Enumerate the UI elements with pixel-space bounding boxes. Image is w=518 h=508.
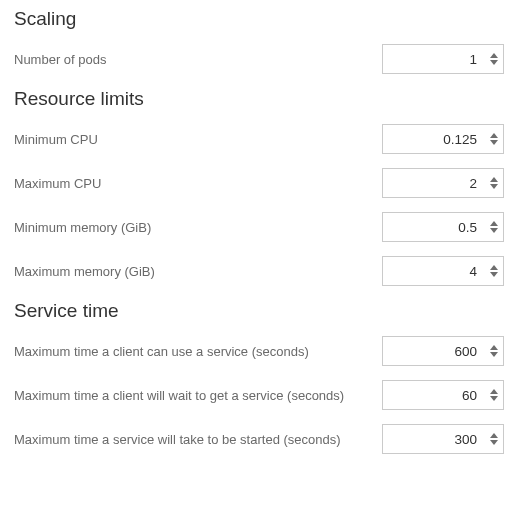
svg-marker-10 <box>490 345 498 350</box>
min-cpu-stepper-controls[interactable] <box>485 125 503 153</box>
max-mem-stepper[interactable] <box>382 256 504 286</box>
chevron-down-icon <box>490 184 498 189</box>
svg-marker-14 <box>490 433 498 438</box>
max-mem-input[interactable] <box>383 257 485 285</box>
svg-marker-8 <box>490 265 498 270</box>
svg-marker-0 <box>490 53 498 58</box>
max-use-stepper-controls[interactable] <box>485 337 503 365</box>
svg-marker-1 <box>490 60 498 65</box>
label-min-cpu: Minimum CPU <box>14 132 382 147</box>
min-cpu-stepper[interactable] <box>382 124 504 154</box>
number-of-pods-stepper-controls[interactable] <box>485 45 503 73</box>
label-max-use: Maximum time a client can use a service … <box>14 344 382 359</box>
max-wait-stepper[interactable] <box>382 380 504 410</box>
max-start-stepper[interactable] <box>382 424 504 454</box>
svg-marker-15 <box>490 440 498 445</box>
min-mem-input[interactable] <box>383 213 485 241</box>
chevron-up-icon <box>490 433 498 438</box>
svg-marker-7 <box>490 228 498 233</box>
svg-marker-3 <box>490 140 498 145</box>
chevron-down-icon <box>490 228 498 233</box>
row-min-cpu: Minimum CPU <box>14 124 504 154</box>
max-mem-stepper-controls[interactable] <box>485 257 503 285</box>
max-wait-input[interactable] <box>383 381 485 409</box>
row-max-wait: Maximum time a client will wait to get a… <box>14 380 504 410</box>
chevron-down-icon <box>490 440 498 445</box>
section-heading-resource-limits: Resource limits <box>14 88 504 110</box>
max-wait-stepper-controls[interactable] <box>485 381 503 409</box>
chevron-up-icon <box>490 345 498 350</box>
label-max-cpu: Maximum CPU <box>14 176 382 191</box>
max-cpu-stepper[interactable] <box>382 168 504 198</box>
svg-marker-9 <box>490 272 498 277</box>
row-max-mem: Maximum memory (GiB) <box>14 256 504 286</box>
max-use-input[interactable] <box>383 337 485 365</box>
max-cpu-input[interactable] <box>383 169 485 197</box>
label-max-wait: Maximum time a client will wait to get a… <box>14 388 382 403</box>
row-max-use: Maximum time a client can use a service … <box>14 336 504 366</box>
svg-marker-11 <box>490 352 498 357</box>
chevron-up-icon <box>490 177 498 182</box>
row-max-cpu: Maximum CPU <box>14 168 504 198</box>
chevron-down-icon <box>490 272 498 277</box>
row-min-mem: Minimum memory (GiB) <box>14 212 504 242</box>
max-start-input[interactable] <box>383 425 485 453</box>
label-number-of-pods: Number of pods <box>14 52 382 67</box>
chevron-up-icon <box>490 53 498 58</box>
min-cpu-input[interactable] <box>383 125 485 153</box>
svg-marker-4 <box>490 177 498 182</box>
label-max-mem: Maximum memory (GiB) <box>14 264 382 279</box>
number-of-pods-input[interactable] <box>383 45 485 73</box>
chevron-up-icon <box>490 265 498 270</box>
settings-form: Scaling Number of pods Resource limits M… <box>0 0 518 482</box>
chevron-down-icon <box>490 60 498 65</box>
section-heading-scaling: Scaling <box>14 8 504 30</box>
svg-marker-13 <box>490 396 498 401</box>
row-max-start: Maximum time a service will take to be s… <box>14 424 504 454</box>
chevron-down-icon <box>490 396 498 401</box>
label-max-start: Maximum time a service will take to be s… <box>14 432 382 447</box>
chevron-up-icon <box>490 389 498 394</box>
max-cpu-stepper-controls[interactable] <box>485 169 503 197</box>
max-use-stepper[interactable] <box>382 336 504 366</box>
svg-marker-5 <box>490 184 498 189</box>
max-start-stepper-controls[interactable] <box>485 425 503 453</box>
chevron-up-icon <box>490 133 498 138</box>
chevron-down-icon <box>490 140 498 145</box>
row-number-of-pods: Number of pods <box>14 44 504 74</box>
number-of-pods-stepper[interactable] <box>382 44 504 74</box>
chevron-down-icon <box>490 352 498 357</box>
label-min-mem: Minimum memory (GiB) <box>14 220 382 235</box>
svg-marker-2 <box>490 133 498 138</box>
chevron-up-icon <box>490 221 498 226</box>
section-heading-service-time: Service time <box>14 300 504 322</box>
svg-marker-12 <box>490 389 498 394</box>
min-mem-stepper-controls[interactable] <box>485 213 503 241</box>
min-mem-stepper[interactable] <box>382 212 504 242</box>
svg-marker-6 <box>490 221 498 226</box>
